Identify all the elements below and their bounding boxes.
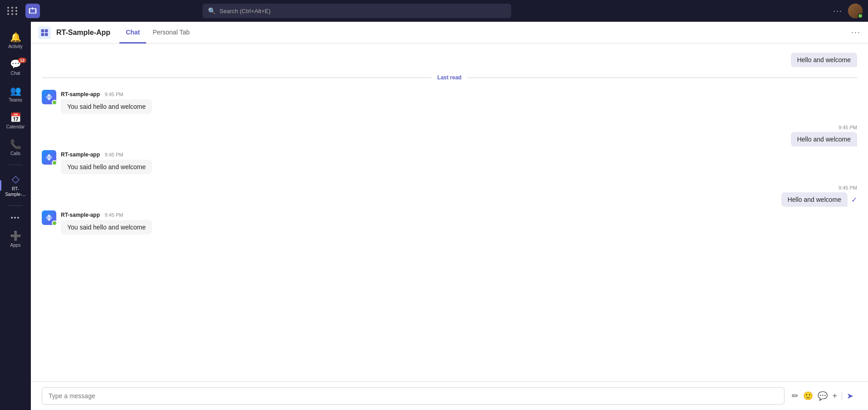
- last-read-line-right: [467, 78, 857, 78]
- received-bubble-2: You said hello and welcome: [61, 160, 152, 174]
- format-icon[interactable]: ✏: [792, 391, 799, 401]
- message-input[interactable]: [42, 387, 784, 405]
- sidebar-divider: [8, 165, 23, 165]
- sidebar-item-rt-sample[interactable]: ◇ RT-Sample-...: [0, 170, 31, 201]
- input-actions: ✏ 🙂 💬 + ➤: [788, 391, 857, 401]
- activity-icon: 🔔: [10, 32, 21, 43]
- bot-online-badge-3: [52, 220, 57, 226]
- svg-rect-3: [45, 33, 48, 36]
- sent-bubble-1: Hello and welcome: [791, 53, 857, 67]
- tab-personal-tab[interactable]: Personal Tab: [146, 22, 196, 44]
- sidebar-item-calls[interactable]: 📞 Calls: [0, 135, 31, 160]
- calls-icon: 📞: [10, 139, 21, 150]
- sent-timestamp-2: 9:45 PM: [838, 125, 857, 130]
- sidebar-item-apps-label: Apps: [10, 243, 21, 248]
- input-divider: [842, 391, 842, 400]
- bot-name-2: RT-sample-app: [61, 151, 100, 158]
- received-bubble-1: You said hello and welcome: [61, 99, 152, 114]
- sidebar-item-rt-sample-label: RT-Sample-...: [2, 186, 29, 197]
- sidebar-item-teams-label: Teams: [9, 98, 22, 103]
- bot-name-1: RT-sample-app: [61, 91, 100, 98]
- read-receipt-icon: ✓: [851, 195, 857, 204]
- app-header: RT-Sample-App Chat Personal Tab ···: [31, 22, 868, 44]
- sidebar-item-activity[interactable]: 🔔 Activity: [0, 28, 31, 53]
- last-read-divider: Last read: [42, 74, 857, 81]
- bot-time-3: 9:45 PM: [104, 212, 123, 218]
- sidebar-item-calendar-label: Calendar: [6, 124, 25, 130]
- svg-rect-0: [41, 29, 44, 32]
- sent-bubble-2: Hello and welcome: [791, 132, 857, 146]
- received-message-1: RT-sample-app 9:45 PM You said hello and…: [31, 88, 868, 116]
- topbar: 🔍 Search (Ctrl+Alt+E) ···: [0, 0, 868, 22]
- sidebar-item-calendar[interactable]: 📅 Calendar: [0, 108, 31, 133]
- app-icon: [38, 26, 51, 39]
- chat-area: Hello and welcome Last read RT-sa: [31, 44, 868, 381]
- received-content-3: RT-sample-app 9:45 PM You said hello and…: [61, 210, 152, 234]
- topbar-more-button[interactable]: ···: [833, 6, 843, 16]
- message-input-area: ✏ 🙂 💬 + ➤: [31, 381, 868, 410]
- search-placeholder: Search (Ctrl+Alt+E): [219, 8, 271, 15]
- sidebar-item-chat[interactable]: 💬 12 Chat: [0, 55, 31, 80]
- apps-icon: ➕: [10, 230, 21, 241]
- search-bar[interactable]: 🔍 Search (Ctrl+Alt+E): [202, 4, 511, 18]
- user-avatar[interactable]: [848, 4, 863, 18]
- tab-chat[interactable]: Chat: [119, 22, 146, 44]
- sidebar-item-teams[interactable]: 👥 Teams: [0, 82, 31, 107]
- sent-message-2: 9:45 PM Hello and welcome: [31, 123, 868, 148]
- app-title: RT-Sample-App: [56, 29, 110, 37]
- bot-name-3: RT-sample-app: [61, 212, 100, 218]
- received-content-1: RT-sample-app 9:45 PM You said hello and…: [61, 90, 152, 114]
- sticker-icon[interactable]: 💬: [818, 391, 828, 401]
- apps-grid-icon[interactable]: [5, 5, 20, 17]
- search-icon: 🔍: [208, 7, 216, 15]
- sidebar-item-calls-label: Calls: [10, 151, 20, 156]
- sidebar: 🔔 Activity 💬 12 Chat 👥 Teams 📅 Calendar …: [0, 0, 31, 410]
- received-message-3: RT-sample-app 9:45 PM You said hello and…: [31, 209, 868, 236]
- sidebar-item-activity-label: Activity: [8, 44, 23, 49]
- sidebar-item-apps[interactable]: ➕ Apps: [0, 227, 31, 252]
- attach-icon[interactable]: +: [832, 391, 837, 401]
- online-status-badge: [858, 13, 863, 19]
- more-icon: •••: [11, 214, 20, 221]
- teams-logo: [25, 4, 40, 18]
- bot-avatar-1: [42, 90, 56, 104]
- sent-timestamp-3: 9:45 PM: [838, 185, 857, 190]
- sent-message-1: Hello and welcome: [31, 51, 868, 69]
- sent-message-3: 9:45 PM Hello and welcome ✓: [31, 183, 868, 209]
- teams-icon: 👥: [10, 85, 21, 96]
- bot-time-1: 9:45 PM: [104, 92, 123, 97]
- chat-badge: 12: [18, 58, 26, 63]
- bot-online-badge-2: [52, 160, 57, 166]
- bot-avatar-2: [42, 150, 56, 165]
- main-content: RT-Sample-App Chat Personal Tab ··· Hell…: [31, 22, 868, 410]
- emoji-icon[interactable]: 🙂: [803, 391, 813, 401]
- last-read-label: Last read: [437, 74, 461, 81]
- svg-rect-2: [41, 33, 44, 36]
- header-more-button[interactable]: ···: [851, 28, 861, 37]
- svg-rect-1: [45, 29, 48, 32]
- sidebar-item-more[interactable]: •••: [0, 210, 31, 225]
- last-read-line-left: [42, 78, 432, 78]
- topbar-right: ···: [833, 4, 863, 18]
- calendar-icon: 📅: [10, 112, 21, 123]
- send-button[interactable]: ➤: [847, 391, 853, 401]
- sent-bubble-3: Hello and welcome: [781, 192, 848, 207]
- bot-online-badge-1: [52, 100, 57, 105]
- app-tabs: Chat Personal Tab: [119, 22, 196, 43]
- received-content-2: RT-sample-app 9:45 PM You said hello and…: [61, 150, 152, 174]
- rt-sample-icon: ◇: [12, 173, 20, 185]
- sidebar-divider2: [8, 205, 23, 206]
- bot-avatar-3: [42, 210, 56, 225]
- bot-time-2: 9:45 PM: [104, 152, 123, 157]
- received-bubble-3: You said hello and welcome: [61, 220, 152, 234]
- sidebar-item-chat-label: Chat: [10, 71, 20, 76]
- received-message-2: RT-sample-app 9:45 PM You said hello and…: [31, 148, 868, 176]
